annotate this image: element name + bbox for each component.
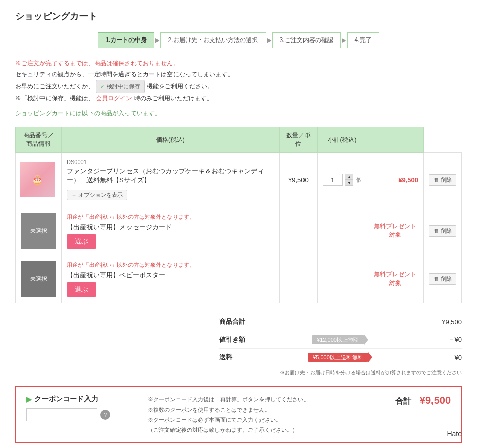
shipping-tag: ¥5,000以上送料無料 [308,353,368,362]
delete-label-2: 削除 [441,227,452,235]
notice-line1: ※ご注文が完了するまでは、商品は確保されておりません。 [15,60,179,67]
coupon-input[interactable] [26,408,97,421]
product-image-cell-3: 未選択 [16,255,62,303]
qty-cell: ▲ ▼ 個 [317,153,367,207]
qty-cell-3 [317,255,367,303]
trash-icon-2: 🗑 [433,228,439,234]
page-title: ショッピングカート [15,10,462,22]
product-name-3: 【出産祝い専用】ベビーポスター [67,271,274,280]
coupon-total-label: 合計 [395,397,411,405]
cart-message: ショッピングカートには以下の商品が入っています。 [15,108,462,119]
delete-button-3[interactable]: 🗑 削除 [429,273,456,285]
discount-tag: ¥12,000以上割引 [312,335,364,344]
qty-down[interactable]: ▼ [345,180,353,186]
delete-cell-2: 🗑 削除 [423,207,461,255]
coupon-left: ▶ クーポンコード入力 ? [26,395,138,421]
summary-section: 商品合計 ¥9,500 値引き額 ¥12,000以上割引 －¥0 送料 [15,313,462,376]
notice-box: ※ご注文が完了するまでは、商品は確保されておりません。 セキュリティの観点から、… [15,58,462,119]
shipping-value: ¥0 [411,354,462,361]
delete-button-2[interactable]: 🗑 削除 [429,225,456,237]
product-name: ファンタジープリンセス（おむつカップケーキ＆おむつキャンディー） 送料無料【Sサ… [67,167,274,185]
login-link[interactable]: 会員ログイン [96,95,132,102]
delete-button[interactable]: 🗑 削除 [429,174,456,186]
coupon-title: ▶ クーポンコード入力 [26,395,138,404]
product-image: 🎂 [20,162,55,197]
coupon-input-row: ? [26,408,138,421]
product-image-cell: 🎂 [16,153,62,207]
step-arrow-3: ▶ [341,37,347,44]
product-info-cell-3: 用途が「出産祝い」以外の方は対象外となります。 【出産祝い専用】ベビーポスター … [62,255,280,303]
free-gift-label-2: 無料プレゼント 対象 [372,222,418,239]
subtotal-cell: ¥9,500 [367,153,423,207]
coupon-total-value: ¥9,500 [420,395,451,406]
coupon-help-button[interactable]: ? [100,410,110,420]
delete-cell-3: 🗑 削除 [423,255,461,303]
trash-icon-3: 🗑 [433,276,439,282]
coupon-note-4: （ご注文確定後の対応は致しかねます。ご了承ください。） [148,425,385,435]
step-arrow-1: ▶ [154,37,160,44]
discount-value: －¥0 [411,335,462,344]
summary-table: 商品合計 ¥9,500 値引き額 ¥12,000以上割引 －¥0 送料 [219,313,462,376]
cart-table: 商品番号／商品情報 価格(税込) 数量／単位 小計(税込) 🎂 DS0001 フ… [15,127,462,303]
col-delete [367,127,423,153]
step-3[interactable]: 3.ご注文内容の確認 [272,32,341,48]
save-button[interactable]: 検討中に保存 [96,80,145,93]
product-info-cell-2: 用途が「出産祝い」以外の方は対象外となります。 【出産祝い専用】メッセージカード… [62,207,280,255]
shipping-label: 送料 [219,353,270,362]
delete-cell: 🗑 削除 [423,153,461,207]
summary-subtotal-row: 商品合計 ¥9,500 [219,313,462,331]
select-button-3[interactable]: 選ぶ [67,282,96,297]
delete-label: 削除 [441,176,452,184]
summary-shipping-row: 送料 ¥5,000以上送料無料 ¥0 [219,349,462,366]
col-qty: 数量／単位 [279,127,317,153]
coupon-arrow-icon: ▶ [26,395,32,403]
discount-label: 値引き額 [219,335,270,344]
product-image-cell-2: 未選択 [16,207,62,255]
table-row: 未選択 用途が「出産祝い」以外の方は対象外となります。 【出産祝い専用】メッセー… [16,207,462,255]
price-cell-3 [279,255,317,303]
col-price: 価格(税込) [62,127,280,153]
option-button[interactable]: ＋ オプションを表示 [67,190,127,200]
option-label: オプションを表示 [78,191,123,199]
coupon-note-1: ※クーポンコード入力後は「再計算」ボタンを押してください。 [148,395,385,405]
notice-line4b: 時のみご利用いただけます。 [134,95,213,102]
plus-icon: ＋ [71,191,77,199]
free-gift-cell-3: 無料プレゼント 対象 [367,255,423,303]
step-arrow-2: ▶ [266,37,272,44]
notice-line3a: お早めにご注文いただくか、 [15,83,94,90]
steps-bar: 1.カートの中身 ▶ 2.お届け先・お支払い方法の選択 ▶ 3.ご注文内容の確認… [15,32,462,48]
coupon-total: 合計 ¥9,500 [395,395,451,407]
product-name-2: 【出産祝い専用】メッセージカード [67,223,274,232]
unit-label: 個 [356,176,362,184]
notice-line3b: 機能をご利用ください。 [147,83,213,90]
subtotal-value: ¥9,500 [411,318,462,326]
col-product: 商品番号／商品情報 [16,127,62,153]
coupon-title-text: クーポンコード入力 [34,395,98,404]
shipping-note: ※お届け先・お届け日時を分ける場合は送料が加算されますのでご注意ください [219,369,462,376]
qty-input[interactable] [323,174,343,186]
step-2[interactable]: 2.お届け先・お支払い方法の選択 [160,32,266,48]
hate-text: Hate [447,430,462,438]
discount-mid: ¥12,000以上割引 [270,336,411,344]
step-1[interactable]: 1.カートの中身 [98,32,154,48]
table-row: 未選択 用途が「出産祝い」以外の方は対象外となります。 【出産祝い専用】ベビーポ… [16,255,462,303]
qty-up[interactable]: ▲ [345,174,353,180]
table-row: 🎂 DS0001 ファンタジープリンセス（おむつカップケーキ＆おむつキャンディー… [16,153,462,207]
coupon-note-3: ※クーポンコードは必ず本画面にてご入力ください。 [148,415,385,425]
product-info-cell: DS0001 ファンタジープリンセス（おむつカップケーキ＆おむつキャンディー） … [62,153,280,207]
free-gift-label-3: 無料プレゼント 対象 [372,270,418,288]
qty-arrows: ▲ ▼ [345,174,353,186]
price-cell: ¥9,500 [279,153,317,207]
coupon-notes: ※クーポンコード入力後は「再計算」ボタンを押してください。 ※複数のクーポンを使… [148,395,385,435]
price-cell-2 [279,207,317,255]
product-code: DS0001 [67,159,274,165]
qty-cell-2 [317,207,367,255]
trash-icon: 🗑 [433,177,439,183]
step-4[interactable]: 4.完了 [347,32,379,48]
unselected-image-2: 未選択 [21,213,56,249]
product-notice-3: 用途が「出産祝い」以外の方は対象外となります。 [67,261,274,269]
unselected-image-3: 未選択 [21,261,56,297]
select-button-2[interactable]: 選ぶ [67,234,96,249]
notice-line4a: ※「検討中に保存」機能は、 [15,95,94,102]
coupon-section: ▶ クーポンコード入力 ? ※クーポンコード入力後は「再計算」ボタンを押してくだ… [15,386,462,443]
